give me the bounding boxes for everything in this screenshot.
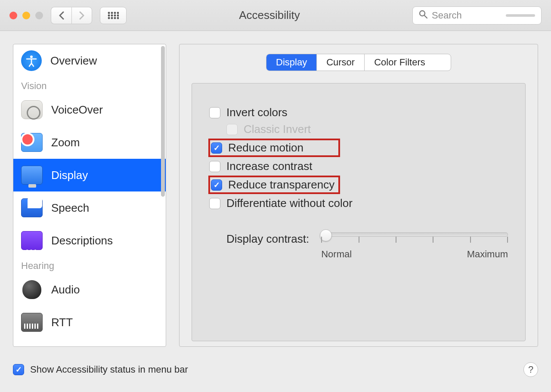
sidebar-item-label: VoiceOver bbox=[51, 103, 103, 117]
accessibility-icon bbox=[21, 50, 42, 71]
sidebar-item-label: Display bbox=[51, 169, 88, 182]
option-increase-contrast: Increase contrast bbox=[209, 158, 508, 175]
sidebar-scrollbar[interactable] bbox=[161, 46, 165, 197]
tab-bar: Display Cursor Color Filters bbox=[266, 54, 451, 71]
search-field[interactable]: Search bbox=[412, 6, 542, 25]
checkbox-reduce-transparency[interactable]: ✓ bbox=[211, 179, 222, 191]
detail-panel: Display Cursor Color Filters Invert colo… bbox=[179, 44, 538, 347]
svg-point-2 bbox=[114, 12, 116, 14]
option-label: Reduce motion bbox=[228, 141, 336, 154]
zoom-icon bbox=[21, 133, 43, 152]
tab-cursor[interactable]: Cursor bbox=[317, 54, 365, 71]
sidebar-item-label: Descriptions bbox=[51, 234, 113, 247]
search-icon bbox=[419, 10, 427, 21]
slider-min-label: Normal bbox=[321, 249, 352, 260]
svg-line-13 bbox=[424, 15, 427, 18]
sidebar-item-audio[interactable]: Audio bbox=[13, 273, 166, 306]
checkbox-classic-invert bbox=[226, 124, 238, 135]
search-resize-handle bbox=[506, 14, 535, 17]
sidebar-item-speech[interactable]: Speech bbox=[13, 191, 166, 224]
maximize-window-button[interactable] bbox=[35, 12, 43, 19]
svg-point-5 bbox=[111, 14, 113, 16]
option-label: Reduce transparency bbox=[228, 178, 336, 191]
speech-icon bbox=[21, 198, 43, 217]
checkbox-differentiate-color[interactable] bbox=[209, 198, 220, 209]
svg-point-14 bbox=[30, 56, 33, 58]
svg-point-8 bbox=[108, 17, 110, 19]
svg-point-1 bbox=[111, 12, 113, 14]
grid-icon bbox=[108, 12, 119, 19]
voiceover-icon bbox=[21, 100, 43, 119]
svg-point-4 bbox=[108, 14, 110, 16]
checkbox-reduce-motion[interactable]: ✓ bbox=[211, 142, 222, 154]
option-label: Differentiate without color bbox=[226, 197, 353, 210]
highlight-box: ✓ Reduce transparency bbox=[208, 176, 340, 194]
sidebar-item-label: RTT bbox=[51, 316, 73, 329]
show-status-label: Show Accessibility status in menu bar bbox=[30, 364, 188, 375]
option-label: Invert colors bbox=[226, 106, 288, 119]
sidebar-item-rtt[interactable]: RTT bbox=[13, 306, 166, 339]
checkbox-show-status[interactable]: ✓ bbox=[13, 364, 24, 375]
contrast-slider-label: Display contrast: bbox=[226, 230, 309, 246]
slider-ticks bbox=[321, 237, 508, 243]
sidebar: Overview Vision VoiceOver Zoom Display S… bbox=[13, 44, 166, 347]
display-icon bbox=[21, 166, 43, 185]
checkbox-increase-contrast[interactable] bbox=[209, 161, 220, 172]
highlight-box: ✓ Reduce motion bbox=[208, 139, 340, 157]
option-differentiate-color: Differentiate without color bbox=[209, 195, 508, 212]
sidebar-item-label: Zoom bbox=[51, 136, 80, 149]
option-classic-invert: Classic Invert bbox=[226, 121, 508, 138]
sidebar-item-overview[interactable]: Overview bbox=[13, 44, 166, 77]
close-window-button[interactable] bbox=[9, 12, 17, 19]
tab-color-filters[interactable]: Color Filters bbox=[365, 54, 435, 71]
svg-point-6 bbox=[114, 14, 116, 16]
sidebar-item-descriptions[interactable]: Descriptions bbox=[13, 224, 166, 257]
traffic-lights bbox=[9, 12, 43, 19]
nav-buttons bbox=[51, 7, 92, 24]
minimize-window-button[interactable] bbox=[22, 12, 30, 19]
rtt-icon bbox=[21, 313, 43, 332]
svg-point-3 bbox=[117, 12, 119, 14]
forward-button[interactable] bbox=[71, 7, 92, 24]
checkbox-invert-colors[interactable] bbox=[209, 107, 220, 118]
option-label: Increase contrast bbox=[226, 160, 312, 173]
back-button[interactable] bbox=[51, 7, 71, 24]
sidebar-item-label: Overview bbox=[50, 54, 97, 68]
svg-point-10 bbox=[114, 17, 116, 19]
sidebar-item-voiceover[interactable]: VoiceOver bbox=[13, 93, 166, 126]
option-invert-colors: Invert colors bbox=[209, 104, 508, 121]
option-reduce-transparency: ✓ Reduce transparency bbox=[209, 175, 508, 195]
sidebar-item-zoom[interactable]: Zoom bbox=[13, 126, 166, 159]
search-placeholder: Search bbox=[432, 10, 462, 21]
sidebar-section-hearing: Hearing bbox=[13, 257, 166, 273]
descriptions-icon bbox=[21, 231, 43, 250]
svg-point-11 bbox=[117, 17, 119, 19]
sidebar-item-display[interactable]: Display bbox=[13, 159, 166, 191]
options-panel: Invert colors Classic Invert ✓ Reduce mo… bbox=[192, 83, 526, 341]
sidebar-item-label: Audio bbox=[51, 283, 80, 296]
svg-point-7 bbox=[117, 14, 119, 16]
window-footer: ✓ Show Accessibility status in menu bar … bbox=[0, 358, 551, 381]
window-toolbar: Accessibility Search bbox=[0, 0, 551, 31]
window-title: Accessibility bbox=[134, 9, 405, 22]
option-label: Classic Invert bbox=[244, 123, 311, 136]
tab-display[interactable]: Display bbox=[266, 54, 317, 71]
sidebar-item-label: Speech bbox=[51, 201, 89, 215]
audio-icon bbox=[21, 280, 43, 299]
svg-point-0 bbox=[108, 12, 110, 14]
slider-max-label: Maximum bbox=[467, 249, 508, 260]
contrast-slider-track[interactable] bbox=[321, 232, 508, 237]
help-button[interactable]: ? bbox=[523, 362, 538, 377]
option-reduce-motion: ✓ Reduce motion bbox=[209, 138, 508, 158]
svg-point-9 bbox=[111, 17, 113, 19]
sidebar-section-vision: Vision bbox=[13, 77, 166, 93]
show-all-button[interactable] bbox=[100, 7, 127, 24]
